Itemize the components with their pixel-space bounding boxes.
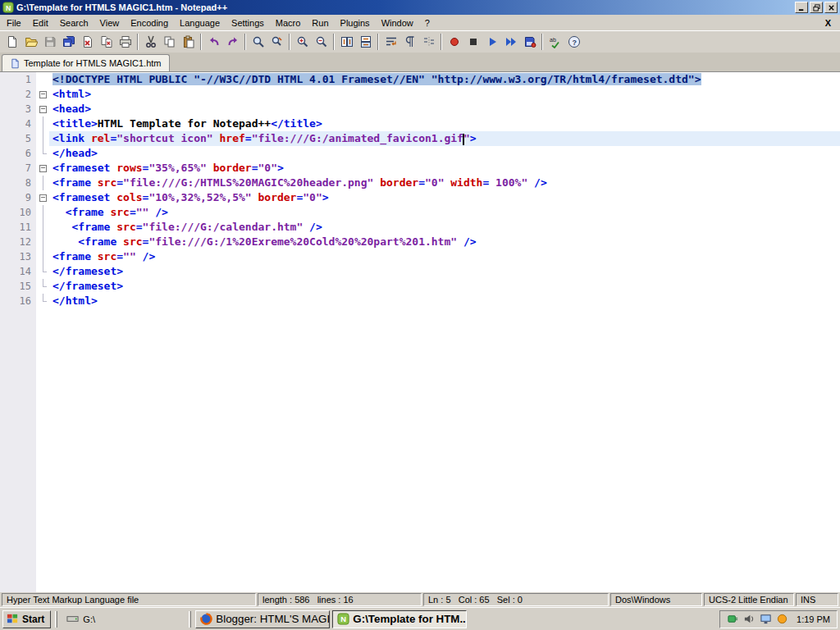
menu-view[interactable]: View xyxy=(94,16,126,30)
find-button[interactable] xyxy=(249,33,267,51)
fold-collapse-marker[interactable] xyxy=(36,161,49,176)
fold-collapse-marker[interactable] xyxy=(36,87,49,102)
copy-button[interactable] xyxy=(160,33,179,51)
spell-check-button[interactable]: ab xyxy=(546,33,564,51)
copy-icon xyxy=(163,35,176,48)
code-line-7[interactable]: <frameset rows="35%,65%" border="0"> xyxy=(49,161,840,176)
toolbar-separator xyxy=(333,34,335,50)
editor-area[interactable]: 12345678910111213141516 <!DOCTYPE HTML P… xyxy=(0,72,840,592)
menu-run[interactable]: Run xyxy=(306,16,334,30)
print-button[interactable] xyxy=(116,33,135,51)
record-macro-button[interactable] xyxy=(445,33,463,51)
zoom-in-button[interactable] xyxy=(293,33,312,51)
task-button-firefox[interactable]: Blogger: HTML'S MAGIC -... xyxy=(195,610,330,628)
paste-button[interactable] xyxy=(179,33,198,51)
removable-device-icon[interactable] xyxy=(727,613,739,625)
update-icon[interactable] xyxy=(776,613,788,625)
code-line-15[interactable]: </frameset> xyxy=(49,279,840,294)
tab-template-for-htmls-magic1[interactable]: Template for HTMLS MAGIC1.htm xyxy=(2,54,170,71)
zoom-out-button[interactable] xyxy=(312,33,331,51)
task-button-notepadpp[interactable]: NG:\Template for HTM... xyxy=(332,610,467,628)
paste-icon xyxy=(182,35,195,48)
code-segment: "file:///G:/1%20Exreme%20Cold%20%20part%… xyxy=(148,235,457,248)
replace-button[interactable] xyxy=(267,33,286,51)
save-button[interactable] xyxy=(40,33,59,51)
menu-plugins[interactable]: Plugins xyxy=(335,16,376,30)
code-text-area[interactable]: <!DOCTYPE HTML PUBLIC "-//W3C//DTD HTML … xyxy=(49,72,840,592)
close-all-button[interactable] xyxy=(97,33,116,51)
code-line-11[interactable]: <frame src="file:///G:/calendar.htm" /> xyxy=(49,220,840,235)
word-wrap-button[interactable] xyxy=(381,33,400,51)
system-tray: 1:19 PM xyxy=(719,610,838,628)
redo-icon xyxy=(226,35,240,48)
code-segment: <frameset xyxy=(52,191,116,203)
code-line-5[interactable]: <link rel="shortcut icon" href="file:///… xyxy=(49,131,840,146)
code-segment: /> xyxy=(527,176,546,189)
code-segment: = xyxy=(116,176,123,189)
code-line-9[interactable]: <frameset cols="10%,32%,52%,5%" border="… xyxy=(49,190,840,205)
menu-search[interactable]: Search xyxy=(54,16,94,30)
code-line-4[interactable]: <title>HTML Template for Notepad++</titl… xyxy=(49,116,840,131)
code-segment: HTML Template for Notepad++ xyxy=(98,117,271,130)
zoom-in-icon xyxy=(296,35,309,48)
volume-icon[interactable] xyxy=(743,613,756,625)
open-file-button[interactable] xyxy=(21,33,40,51)
code-line-1[interactable]: <!DOCTYPE HTML PUBLIC "-//W3C//DTD HTML … xyxy=(49,72,840,87)
redo-button[interactable] xyxy=(223,33,242,51)
fold-margin xyxy=(36,72,49,592)
fold-collapse-marker[interactable] xyxy=(36,190,49,205)
code-line-2[interactable]: <html> xyxy=(49,87,840,102)
play-macro-button[interactable] xyxy=(482,33,501,51)
menu-macro[interactable]: Macro xyxy=(270,16,307,30)
code-segment: "file:///G:/calendar.htm" xyxy=(143,221,304,233)
menu-file[interactable]: File xyxy=(1,16,27,30)
stop-macro-button[interactable] xyxy=(463,33,482,51)
undo-button[interactable] xyxy=(204,33,223,51)
help-button[interactable]: ? xyxy=(564,33,583,51)
toolbar-grip[interactable] xyxy=(55,611,57,628)
save-all-button[interactable] xyxy=(59,33,78,51)
show-all-chars-icon xyxy=(404,35,417,48)
code-line-16[interactable]: </html> xyxy=(49,294,840,308)
code-line-3[interactable]: <head> xyxy=(49,102,840,116)
quick-launch-g-drive[interactable]: G:\ xyxy=(62,610,185,628)
menu-settings[interactable]: Settings xyxy=(226,16,270,30)
show-all-chars-button[interactable] xyxy=(400,33,419,51)
fold-collapse-marker[interactable] xyxy=(36,102,49,116)
notepadpp-icon: N xyxy=(337,613,349,625)
menu-window[interactable]: Window xyxy=(376,16,419,30)
fold-margin-cell xyxy=(36,176,49,190)
menu-help[interactable]: ? xyxy=(419,16,436,30)
window-title: G:\Template for HTMLS MAGIC1.htm - Notep… xyxy=(16,2,792,12)
code-line-10[interactable]: <frame src="" /> xyxy=(49,205,840,220)
toolbar-grip[interactable] xyxy=(189,611,191,628)
sync-horizontal-button[interactable] xyxy=(356,33,375,51)
indent-guide-button[interactable] xyxy=(419,33,438,51)
title-bar[interactable]: N G:\Template for HTMLS MAGIC1.htm - Not… xyxy=(0,0,840,15)
menu-edit[interactable]: Edit xyxy=(27,16,54,30)
code-segment: href xyxy=(220,132,245,144)
code-segment: <frame xyxy=(52,250,98,262)
new-file-button[interactable] xyxy=(2,33,21,51)
close-button[interactable] xyxy=(78,33,97,51)
cut-button[interactable] xyxy=(141,33,160,51)
start-button[interactable]: Start xyxy=(2,610,51,628)
sync-vertical-button[interactable] xyxy=(337,33,356,51)
code-line-8[interactable]: <frame src="file:///G:/HTMLS%20MAGIC%20h… xyxy=(49,176,840,190)
display-icon[interactable] xyxy=(760,613,772,625)
save-macro-button[interactable] xyxy=(520,33,539,51)
run-macro-multiple-button[interactable] xyxy=(501,33,520,51)
menu-encoding[interactable]: Encoding xyxy=(125,16,174,30)
code-segment: <frame xyxy=(71,221,116,233)
code-segment: = xyxy=(116,250,123,262)
menu-language[interactable]: Language xyxy=(174,16,226,30)
code-line-13[interactable]: <frame src="" /> xyxy=(49,249,840,264)
svg-text:N: N xyxy=(6,4,11,12)
close-document-button[interactable]: X xyxy=(817,16,839,30)
code-line-6[interactable]: </head> xyxy=(49,146,840,161)
code-line-14[interactable]: </frameset> xyxy=(49,264,840,279)
code-line-12[interactable]: <frame src="file:///G:/1%20Exreme%20Cold… xyxy=(49,235,840,249)
minimize-button[interactable] xyxy=(795,2,808,13)
close-button[interactable] xyxy=(824,2,838,13)
restore-button[interactable] xyxy=(810,2,823,13)
